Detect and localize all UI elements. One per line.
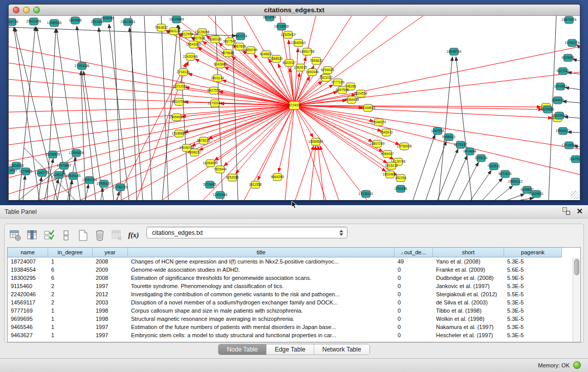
cited-node[interactable]: 9664285 <box>271 173 284 181</box>
close-window-icon[interactable] <box>13 7 19 13</box>
cited-node[interactable]: 2803144 <box>211 75 224 82</box>
citing-node[interactable]: 15592971 <box>556 127 571 135</box>
citing-node[interactable]: 21053346 <box>75 62 90 70</box>
cited-node[interactable]: 1811556 <box>249 181 262 188</box>
new-table-icon[interactable] <box>76 229 90 242</box>
citation-edge-black[interactable] <box>38 177 41 200</box>
citation-edge-red[interactable] <box>294 105 373 142</box>
cited-node[interactable]: 20364436 <box>344 96 359 103</box>
cited-node[interactable]: 6497568 <box>336 86 349 94</box>
table-body[interactable]: 1872400712008Changes of HCN gene express… <box>8 257 580 339</box>
citing-node[interactable]: 7632621 <box>487 163 500 170</box>
citation-edge-black[interactable] <box>562 101 580 103</box>
citing-node[interactable]: 1167533 <box>570 156 580 163</box>
table-row[interactable]: 911546021997Tourette syndrome. Phenomeno… <box>8 282 580 290</box>
citing-node[interactable]: 11065335 <box>47 19 62 27</box>
table-header-row[interactable]: namein_degreeyeartitle▵out_de...shortpag… <box>8 248 580 257</box>
cited-node[interactable]: 1362615 <box>294 64 307 71</box>
citing-node[interactable]: 11451946 <box>213 191 228 199</box>
citation-edge-red[interactable] <box>162 105 294 200</box>
column-chooser-icon[interactable] <box>26 229 39 242</box>
cell-icon[interactable] <box>59 229 73 242</box>
citing-node[interactable]: 19218506 <box>274 23 289 30</box>
citing-node[interactable]: 9355724 <box>9 18 18 26</box>
cited-node[interactable]: 7525444 <box>213 166 227 173</box>
network-window[interactable]: citations_edges.txt 18724007746382289601… <box>8 4 580 200</box>
tab-edge-table[interactable]: Edge Table <box>267 344 314 355</box>
float-panel-icon[interactable] <box>562 207 570 215</box>
citation-edge-black[interactable] <box>129 28 143 200</box>
citation-edge-red[interactable] <box>278 105 294 172</box>
citing-node[interactable]: 16958107 <box>97 180 112 187</box>
citation-edge-black[interactable] <box>456 57 472 200</box>
cited-node[interactable]: 16354999 <box>203 160 218 167</box>
citation-edge-black[interactable] <box>565 87 580 90</box>
citation-edge-red[interactable] <box>294 105 400 145</box>
citing-node[interactable]: 1145194 <box>53 171 66 179</box>
cited-node[interactable]: 18107552 <box>172 98 187 105</box>
cited-node[interactable]: 11700941 <box>208 100 223 107</box>
citation-edge-black[interactable] <box>483 178 503 200</box>
cited-node[interactable]: 18807249 <box>370 140 385 147</box>
citation-edge-red[interactable] <box>257 105 294 180</box>
column-header-short[interactable]: short <box>433 248 504 257</box>
citing-node[interactable]: 6179197 <box>454 141 467 148</box>
cited-node[interactable]: 1588520 <box>270 55 283 62</box>
window-resize-grip[interactable] <box>571 191 579 199</box>
citing-node[interactable]: 1440954 <box>431 127 444 135</box>
tab-network-table[interactable]: Network Table <box>314 344 369 355</box>
citing-node[interactable]: 17957253 <box>82 177 97 184</box>
zoom-window-icon[interactable] <box>33 7 40 13</box>
citing-node[interactable]: 20813551 <box>121 18 136 26</box>
citing-node[interactable]: 1469988 <box>69 17 82 24</box>
cited-node[interactable]: 19756928 <box>397 143 412 150</box>
citing-node[interactable]: 5716485 <box>203 181 216 188</box>
vertical-scrollbar[interactable] <box>573 257 580 342</box>
cited-node[interactable]: 252254 <box>395 174 406 182</box>
citation-edge-red[interactable] <box>184 105 294 133</box>
citation-edge-black[interactable] <box>144 16 152 200</box>
citation-edge-black[interactable] <box>23 176 25 200</box>
column-header-year[interactable]: year <box>93 248 128 257</box>
memory-indicator[interactable] <box>573 361 581 369</box>
citation-edge-red[interactable] <box>294 47 580 105</box>
delete-icon[interactable] <box>93 229 106 242</box>
citation-edge-red[interactable] <box>295 146 314 200</box>
citation-edge-red[interactable] <box>182 105 294 117</box>
citation-edge-red[interactable] <box>9 47 294 105</box>
row-select-icon[interactable] <box>42 229 56 242</box>
citing-node[interactable]: 16782753 <box>113 184 128 191</box>
cited-node[interactable]: 5912954 <box>180 31 193 38</box>
citation-network-graph[interactable]: 1872400774638228960128591295423226058982… <box>9 16 580 200</box>
cited-node[interactable]: 1990448 <box>306 69 319 76</box>
column-header-out_de[interactable]: ▵out_de... <box>395 248 433 257</box>
citation-edge-red[interactable] <box>208 105 294 139</box>
table-row[interactable]: 1938455462009Genome-wide association stu… <box>8 266 580 274</box>
citation-edge-black[interactable] <box>520 198 534 200</box>
citation-edge-black[interactable] <box>438 149 458 200</box>
citation-edge-black[interactable] <box>99 28 114 200</box>
cited-node[interactable]: 16543382 <box>186 41 201 48</box>
column-header-in_degree[interactable]: in_degree <box>48 248 93 257</box>
cited-node[interactable]: 4998222 <box>188 149 201 156</box>
citing-node[interactable]: 2935114 <box>475 155 488 162</box>
citing-node[interactable]: 1215685 <box>19 168 32 175</box>
citing-node[interactable]: 1244415 <box>551 97 564 104</box>
citation-edge-black[interactable] <box>54 179 58 200</box>
citing-node[interactable]: 26870576 <box>562 16 577 24</box>
citation-edge-red[interactable] <box>294 105 386 171</box>
citation-edge-black[interactable] <box>471 170 491 200</box>
citing-node[interactable]: 17359928 <box>69 149 84 157</box>
column-header-title[interactable]: title <box>128 248 395 257</box>
citation-edge-red[interactable] <box>294 105 394 159</box>
citing-node[interactable]: 16648784 <box>447 48 462 55</box>
cited-node[interactable]: 6794028 <box>321 67 334 74</box>
network-window-titlebar[interactable]: citations_edges.txt <box>9 5 580 16</box>
citing-node[interactable]: 9329966 <box>561 54 575 61</box>
table-source-select[interactable]: citations_edges.txt <box>146 227 347 238</box>
citation-edge-red[interactable] <box>285 105 294 200</box>
citation-edge-red[interactable] <box>294 105 367 200</box>
close-panel-icon[interactable]: ✕ <box>576 207 583 215</box>
function-icon[interactable]: f(x) <box>127 229 140 242</box>
citing-node[interactable]: 7857224 <box>234 33 247 40</box>
